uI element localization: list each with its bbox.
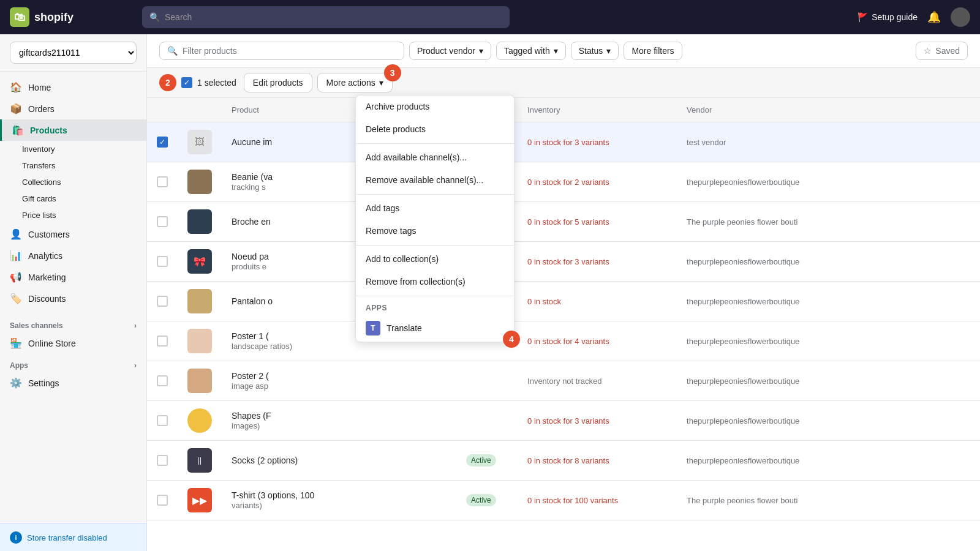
edit-products-button[interactable]: Edit products: [244, 73, 312, 92]
translate-icon: T: [366, 321, 380, 335]
products-icon: 🛍️: [12, 124, 24, 136]
sidebar-item-inventory[interactable]: Inventory: [22, 141, 146, 157]
select-all-checkbox[interactable]: ✓: [181, 77, 192, 88]
saved-label: Saved: [935, 46, 960, 56]
more-filters-button[interactable]: More filters: [624, 42, 682, 60]
more-actions-label: More actions: [326, 78, 375, 88]
dropdown-add-channels[interactable]: Add available channel(s)...: [356, 146, 514, 169]
more-actions-container: More actions ▾ 3: [317, 73, 393, 92]
products-sub-nav: Inventory Transfers Collections Gift car…: [0, 141, 146, 223]
sidebar-item-orders[interactable]: 📦 Orders: [0, 98, 146, 119]
sidebar-item-label: Products: [30, 126, 67, 135]
product-name[interactable]: Poster 2 (image asp: [232, 371, 447, 391]
product-name[interactable]: Shapes (Fimages): [232, 411, 447, 430]
row-checkbox[interactable]: [157, 216, 168, 227]
product-vendor-filter[interactable]: Product vendor ▾: [409, 42, 491, 60]
star-icon: ☆: [924, 46, 932, 56]
sidebar-item-transfers[interactable]: Transfers: [22, 157, 146, 174]
row-checkbox[interactable]: [157, 455, 168, 466]
row-checkbox[interactable]: [157, 335, 168, 347]
store-dropdown[interactable]: giftcards211011: [10, 42, 137, 64]
dropdown-remove-collection[interactable]: Remove from collection(s): [356, 271, 514, 293]
more-actions-button[interactable]: More actions ▾: [317, 73, 393, 92]
apps-section: Apps ›: [0, 354, 146, 372]
product-thumbnail: [187, 329, 212, 353]
row-checkbox[interactable]: [157, 296, 168, 307]
sidebar-item-products[interactable]: 🛍️ Products: [0, 119, 146, 141]
row-checkbox[interactable]: ✓: [157, 137, 168, 148]
row-checkbox[interactable]: [157, 375, 168, 386]
table-row: Shapes (Fimages)0 in stock for 3 variant…: [147, 401, 980, 441]
dropdown-add-collection[interactable]: Add to collection(s): [356, 248, 514, 271]
status-filter-label: Status: [579, 46, 603, 56]
sidebar-item-home[interactable]: 🏠 Home: [0, 77, 146, 98]
search-input[interactable]: [165, 12, 502, 22]
dropdown-archive[interactable]: Archive products: [356, 96, 514, 118]
table-row: ✓🖼Aucune im0 in stock for 3 variantstest…: [147, 122, 980, 162]
apps-section-label: APPS: [356, 299, 514, 315]
logo: 🛍 shopify: [10, 7, 132, 27]
row-checkbox[interactable]: [157, 176, 168, 187]
inventory-status: Inventory not tracked: [527, 377, 601, 386]
sales-channels-label: Sales channels: [10, 321, 63, 330]
product-thumbnail: [187, 209, 212, 234]
sidebar-item-pricelists[interactable]: Price lists: [22, 207, 146, 223]
table-row: ▶▶T-shirt (3 options, 100variants)Active…: [147, 481, 980, 520]
badge-4: 4: [503, 331, 520, 348]
dropdown-divider-3: [356, 245, 514, 246]
sidebar-item-marketing[interactable]: 📢 Marketing: [0, 266, 146, 288]
dropdown-remove-tags[interactable]: Remove tags: [356, 220, 514, 242]
product-name[interactable]: Socks (2 options): [232, 455, 447, 465]
dropdown-delete[interactable]: Delete products: [356, 118, 514, 141]
more-filters-label: More filters: [631, 46, 674, 56]
notifications-bell[interactable]: 🔔: [927, 10, 941, 24]
sidebar-item-collections[interactable]: Collections: [22, 174, 146, 190]
expand-icon[interactable]: ›: [134, 321, 137, 330]
row-checkbox[interactable]: [157, 495, 168, 506]
sidebar-item-analytics[interactable]: 📊 Analytics: [0, 245, 146, 266]
filter-input-container[interactable]: 🔍: [159, 42, 404, 60]
badge-3: 3: [384, 64, 401, 81]
top-nav-right: 🚩 Setup guide 🔔: [858, 7, 970, 27]
product-thumbnail: 🎀: [187, 249, 212, 274]
table-row: Broche en0 in stock for 5 variantsThe pu…: [147, 202, 980, 242]
dropdown-add-tags[interactable]: Add tags: [356, 197, 514, 220]
product-thumbnail: [187, 170, 212, 194]
orders-icon: 📦: [10, 103, 22, 114]
sidebar-item-customers[interactable]: 👤 Customers: [0, 223, 146, 245]
badge2-container: 2: [159, 74, 176, 91]
inventory-status: 0 in stock for 3 variants: [527, 416, 609, 425]
sidebar-item-label: Discounts: [28, 294, 66, 304]
dropdown-translate[interactable]: T Translate 4: [356, 315, 514, 342]
row-checkbox[interactable]: [157, 256, 168, 267]
status-filter[interactable]: Status ▾: [571, 42, 619, 60]
row-checkbox[interactable]: [157, 415, 168, 426]
product-name[interactable]: T-shirt (3 options, 100variants): [232, 490, 447, 510]
more-actions-dropdown: Archive products Delete products Add ava…: [355, 95, 514, 342]
sidebar-item-giftcards[interactable]: Gift cards: [22, 190, 146, 207]
inventory-status: 0 in stock: [527, 297, 561, 306]
apps-expand-icon[interactable]: ›: [134, 361, 137, 370]
filter-products-input[interactable]: [183, 46, 396, 56]
search-icon: 🔍: [149, 12, 160, 22]
products-table: Product Status Inventory Vendor ✓🖼Aucune…: [147, 98, 980, 520]
store-selector[interactable]: giftcards211011: [0, 34, 146, 72]
vendor-name: thepurplepeoniesflowerboutique: [687, 297, 799, 306]
sidebar-item-discounts[interactable]: 🏷️ Discounts: [0, 288, 146, 309]
table-row: Pantalon o0 in stockthepurplepeoniesflow…: [147, 282, 980, 321]
table-row: Beanie (vatracking s0 in stock for 2 var…: [147, 162, 980, 202]
vendor-name: thepurplepeoniesflowerboutique: [687, 416, 799, 425]
sales-channels-section: Sales channels ›: [0, 314, 146, 332]
vendor-name: The purple peonies flower bouti: [687, 217, 797, 227]
dropdown-remove-channels[interactable]: Remove available channel(s)...: [356, 169, 514, 192]
discounts-icon: 🏷️: [10, 293, 22, 304]
global-search[interactable]: 🔍: [142, 6, 510, 28]
tagged-with-filter[interactable]: Tagged with ▾: [496, 42, 566, 60]
sidebar-item-settings[interactable]: ⚙️ Settings: [0, 372, 146, 394]
analytics-icon: 📊: [10, 250, 22, 261]
setup-guide-button[interactable]: 🚩 Setup guide: [858, 12, 918, 22]
sidebar: giftcards211011 🏠 Home 📦 Orders 🛍️ Produ…: [0, 34, 147, 551]
saved-button[interactable]: ☆ Saved: [916, 42, 968, 60]
user-avatar[interactable]: [951, 7, 970, 27]
sidebar-item-online-store[interactable]: 🏪 Online Store: [0, 332, 146, 354]
